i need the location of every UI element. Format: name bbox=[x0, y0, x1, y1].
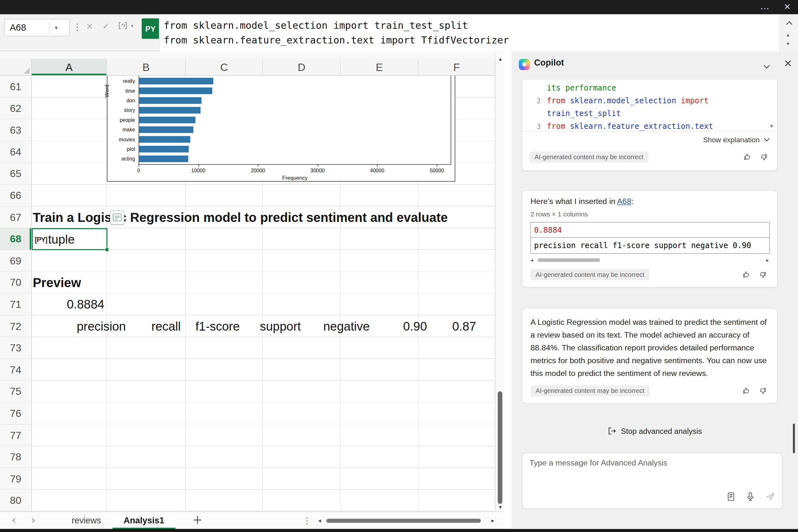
tab-scroll-next-icon[interactable]: › bbox=[26, 512, 40, 529]
row-header-71[interactable]: 71 bbox=[0, 293, 32, 315]
column-header-c[interactable]: C bbox=[186, 59, 263, 76]
prompt-library-icon[interactable] bbox=[727, 492, 735, 503]
row-header-79[interactable]: 79 bbox=[0, 468, 32, 490]
name-box[interactable]: ▾ bbox=[4, 19, 70, 36]
row-header-74[interactable]: 74 bbox=[0, 359, 32, 381]
python-object-icon[interactable] bbox=[117, 21, 129, 32]
row-header-68[interactable]: 68 bbox=[0, 228, 32, 250]
row-header-77[interactable]: 77 bbox=[0, 424, 32, 446]
row-header-66[interactable]: 66 bbox=[0, 185, 32, 207]
vertical-scroll-thumb[interactable] bbox=[498, 391, 502, 504]
thumbs-down-icon[interactable] bbox=[758, 151, 770, 163]
thumbs-up-icon[interactable] bbox=[740, 269, 752, 281]
formula-scroll-down-icon[interactable]: ▾ bbox=[787, 41, 790, 47]
window-close-icon[interactable]: × bbox=[784, 1, 791, 11]
scroll-left-icon[interactable]: ◂ bbox=[318, 517, 321, 524]
thumbs-up-icon[interactable] bbox=[741, 151, 753, 163]
row-header-70[interactable]: 70 bbox=[0, 272, 32, 293]
table-scroll-left-icon[interactable]: ◂ bbox=[530, 258, 533, 263]
cell-a71-value[interactable]: 0.8884 bbox=[32, 293, 107, 315]
window-more-icon[interactable]: … bbox=[760, 1, 771, 12]
cell-a67-title[interactable]: Train a Logistic Regression model to pre… bbox=[33, 207, 492, 228]
thumbs-up-icon[interactable] bbox=[740, 385, 752, 397]
table-horizontal-scrollbar[interactable]: ◂ ▸ bbox=[530, 257, 769, 263]
horizontal-scroll-thumb[interactable] bbox=[326, 518, 481, 523]
stop-advanced-analysis-button[interactable]: Stop advanced analysis bbox=[602, 424, 707, 438]
row-header-67[interactable]: 67 bbox=[0, 207, 32, 228]
column-header-a[interactable]: A bbox=[32, 59, 107, 76]
fill-handle[interactable] bbox=[105, 248, 109, 252]
report-cell: 0.90 bbox=[403, 316, 427, 337]
tab-scroll-prev-icon[interactable]: ‹ bbox=[7, 512, 20, 529]
report-cell: 0.87 bbox=[452, 316, 476, 337]
row-72-report[interactable]: precision recall f1-score support negati… bbox=[0, 316, 495, 337]
copilot-message-input[interactable] bbox=[529, 458, 770, 488]
collapse-formula-bar-icon[interactable] bbox=[786, 19, 793, 28]
tabbar-more-icon[interactable]: ⋮ bbox=[302, 512, 312, 529]
column-header-b[interactable]: B bbox=[107, 59, 186, 76]
python-insert-card-icon[interactable] bbox=[110, 210, 125, 225]
scroll-down-icon[interactable]: ▾ bbox=[496, 504, 504, 511]
title-bar: … × bbox=[0, 0, 798, 14]
row-header-69[interactable]: 69 bbox=[0, 250, 32, 272]
formula-bar-scroll: ▴ ▾ bbox=[779, 14, 798, 51]
code-string: its performance bbox=[547, 83, 616, 93]
code-block[interactable]: its performance 2from sklearn.model_sele… bbox=[522, 80, 777, 131]
panel-scroll-thumb[interactable] bbox=[793, 424, 795, 453]
row-header-78[interactable]: 78 bbox=[0, 446, 32, 468]
thumbs-down-icon[interactable] bbox=[757, 385, 768, 397]
row-header-80[interactable]: 80 bbox=[0, 490, 32, 512]
row-header-65[interactable]: 65 bbox=[0, 163, 32, 185]
copilot-collapse-icon[interactable] bbox=[763, 62, 770, 71]
code-scroll-down-icon[interactable]: ▾ bbox=[770, 119, 773, 131]
chart-bar-don bbox=[139, 97, 202, 104]
card-footer: AI-generated content may be incorrect bbox=[530, 263, 769, 285]
row-header-73[interactable]: 73 bbox=[0, 337, 32, 359]
show-explanation-row[interactable]: Show explanation bbox=[522, 131, 777, 147]
formula-bar-more-icon[interactable]: ⋮ bbox=[73, 21, 82, 32]
thumbs-down-icon[interactable] bbox=[757, 269, 768, 281]
column-header-e[interactable]: E bbox=[341, 59, 418, 76]
column-header-d[interactable]: D bbox=[263, 59, 341, 76]
add-sheet-icon[interactable]: + bbox=[190, 512, 205, 529]
scroll-up-icon[interactable]: ▴ bbox=[496, 56, 504, 62]
cell-a70-preview[interactable]: Preview bbox=[33, 272, 81, 293]
select-all-corner[interactable] bbox=[0, 59, 32, 76]
active-cell-a68[interactable]: [PY] tuple bbox=[32, 228, 108, 250]
row-header-61[interactable]: 61 bbox=[0, 76, 32, 97]
copilot-input-box[interactable] bbox=[522, 453, 783, 509]
formula-bar: ▾ ⋮ × ✓ ▾ PY from sklearn.model_selectio… bbox=[0, 14, 798, 51]
row-header-62[interactable]: 62 bbox=[0, 97, 32, 119]
sheet-tab-reviews[interactable]: reviews bbox=[60, 512, 113, 529]
formula-input[interactable]: from sklearn.model_selection import trai… bbox=[159, 14, 780, 51]
row-header-64[interactable]: 64 bbox=[0, 141, 32, 163]
cell-reference-link[interactable]: A68 bbox=[617, 197, 631, 206]
formula-line-2: from sklearn.feature_extraction.text imp… bbox=[164, 33, 779, 47]
grid-vertical-scrollbar[interactable]: ▴ ▾ bbox=[495, 53, 505, 512]
microphone-icon[interactable] bbox=[746, 492, 755, 503]
copilot-close-icon[interactable]: × bbox=[784, 57, 792, 69]
row-header-63[interactable]: 63 bbox=[0, 119, 32, 141]
chart-category-label: plot bbox=[108, 146, 135, 152]
line-number bbox=[529, 82, 540, 95]
sheet-tab-analysis1[interactable]: Analysis1 bbox=[112, 512, 175, 529]
confirm-entry-icon[interactable]: ✓ bbox=[102, 21, 110, 31]
table-scroll-right-icon[interactable]: ▸ bbox=[766, 258, 769, 263]
send-icon[interactable] bbox=[766, 492, 775, 503]
cancel-entry-icon[interactable]: × bbox=[86, 21, 93, 31]
python-object-chevron-icon[interactable]: ▾ bbox=[131, 23, 134, 29]
name-box-input[interactable] bbox=[4, 22, 49, 33]
row-header-76[interactable]: 76 bbox=[0, 402, 32, 424]
column-header-f[interactable]: F bbox=[418, 59, 495, 76]
name-box-chevron-icon[interactable]: ▾ bbox=[49, 24, 64, 31]
scroll-right-icon[interactable]: ▸ bbox=[491, 517, 494, 524]
stop-analysis-row: Stop advanced analysis bbox=[512, 424, 798, 438]
grid-horizontal-scrollbar[interactable]: ◂ ▸ bbox=[317, 517, 495, 524]
formula-line-1: from sklearn.model_selection import trai… bbox=[164, 18, 779, 33]
formula-scroll-up-icon[interactable]: ▴ bbox=[787, 32, 790, 37]
table-scroll-thumb[interactable] bbox=[538, 258, 600, 262]
row-header-75[interactable]: 75 bbox=[0, 381, 32, 402]
chart-category-label: really bbox=[108, 78, 135, 84]
word-frequency-chart[interactable]: reallytimedonstorypeoplemakemoviesplotac… bbox=[107, 76, 455, 182]
chart-tick bbox=[377, 165, 378, 167]
